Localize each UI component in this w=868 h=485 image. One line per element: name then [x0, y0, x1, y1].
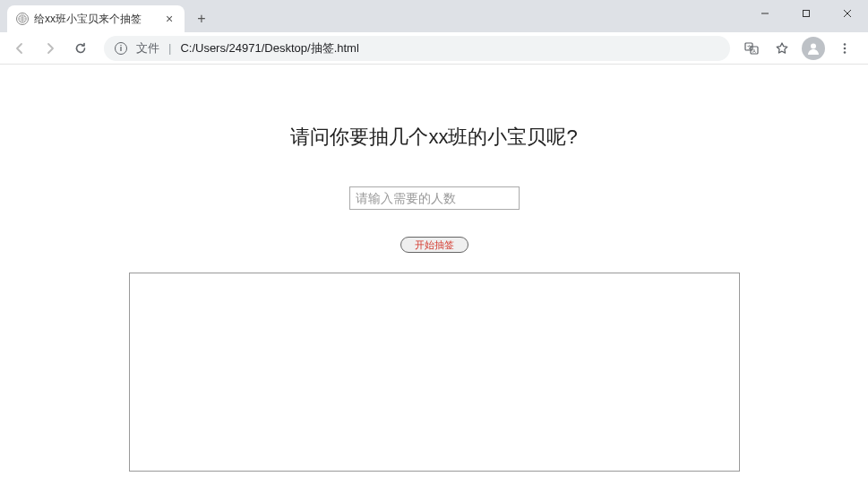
count-input[interactable] — [349, 186, 520, 210]
globe-icon — [16, 13, 29, 25]
browser-tab-strip: 给xx班小宝贝来个抽签 × + — [0, 0, 868, 32]
close-tab-icon[interactable]: × — [163, 13, 176, 25]
info-icon[interactable]: i — [115, 42, 127, 55]
translate-icon[interactable]: 文A — [741, 38, 762, 59]
close-window-button[interactable] — [827, 0, 868, 27]
svg-point-11 — [844, 47, 847, 49]
svg-rect-2 — [804, 11, 810, 17]
window-controls — [744, 0, 868, 27]
svg-text:A: A — [752, 48, 756, 53]
address-url: C:/Users/24971/Desktop/抽签.html — [180, 40, 358, 56]
forward-button[interactable] — [38, 36, 63, 61]
star-icon[interactable] — [771, 38, 793, 59]
result-box — [129, 273, 740, 472]
new-tab-button[interactable]: + — [190, 7, 213, 30]
address-bar[interactable]: i 文件 | C:/Users/24971/Desktop/抽签.html — [104, 36, 730, 61]
maximize-button[interactable] — [786, 0, 827, 27]
menu-icon[interactable] — [834, 38, 855, 59]
profile-icon[interactable] — [802, 37, 825, 60]
tab-title: 给xx班小宝贝来个抽签 — [34, 12, 158, 27]
svg-point-10 — [844, 43, 847, 46]
page-content: 请问你要抽几个xx班的小宝贝呢? 开始抽签 制作者：chenyu-max — [0, 65, 868, 485]
browser-toolbar: i 文件 | C:/Users/24971/Desktop/抽签.html 文A — [0, 32, 868, 65]
address-label: 文件 — [136, 40, 159, 56]
reload-button[interactable] — [68, 36, 93, 61]
address-separator: | — [168, 41, 171, 55]
minimize-button[interactable] — [744, 0, 786, 27]
back-button[interactable] — [7, 36, 32, 61]
browser-tab-active[interactable]: 给xx班小宝贝来个抽签 × — [7, 5, 185, 32]
svg-point-9 — [811, 43, 816, 48]
toolbar-actions: 文A — [741, 37, 861, 60]
page-heading: 请问你要抽几个xx班的小宝贝呢? — [0, 124, 868, 151]
start-draw-button[interactable]: 开始抽签 — [400, 237, 468, 253]
svg-point-12 — [844, 51, 847, 54]
